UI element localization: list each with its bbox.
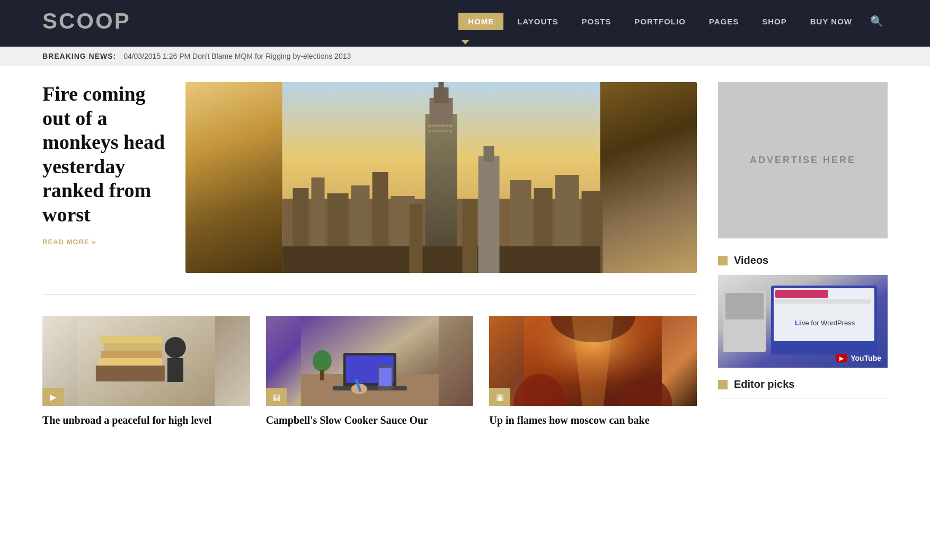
videos-section-title: Videos xyxy=(734,254,768,266)
video-thumbnail: Li ve for WordPress ▶ ▶ YouTube xyxy=(718,275,888,368)
main-nav: HOME LAYOUTS POSTS PORTFOLIO PAGES SHOP … xyxy=(458,11,888,32)
nav-item-shop[interactable]: SHOP xyxy=(752,13,796,30)
svg-point-39 xyxy=(165,337,186,358)
advertise-text: ADVERTISE HERE xyxy=(750,155,856,166)
svg-rect-29 xyxy=(479,156,500,273)
article-card-1[interactable]: ▶ The unbroad a peaceful for high level xyxy=(42,316,250,427)
advertise-box[interactable]: ADVERTISE HERE xyxy=(718,82,888,238)
sidebar: ADVERTISE HERE Videos xyxy=(718,82,888,427)
svg-rect-34 xyxy=(99,358,162,366)
svg-rect-64 xyxy=(775,311,868,314)
svg-rect-51 xyxy=(320,370,324,380)
articles-grid: ▶ The unbroad a peaceful for high level xyxy=(42,316,697,427)
svg-rect-17 xyxy=(432,125,436,127)
svg-rect-35 xyxy=(101,351,162,358)
svg-text:Li: Li xyxy=(795,319,801,327)
article-card-3[interactable]: ▦ Up in flames how moscow can bake xyxy=(489,316,697,427)
article-thumb-2: ▦ xyxy=(266,316,474,406)
nav-item-layouts[interactable]: LAYOUTS xyxy=(508,13,568,30)
svg-rect-38 xyxy=(96,366,165,381)
svg-rect-20 xyxy=(445,125,448,127)
nav-item-posts[interactable]: POSTS xyxy=(572,13,621,30)
nav-item-home[interactable]: HOME xyxy=(458,13,503,30)
gallery-icon-badge-2: ▦ xyxy=(266,388,287,406)
svg-point-50 xyxy=(312,350,331,371)
hero-text: Fire coming out of a monkeys head yester… xyxy=(42,82,170,246)
article-thumb-3: ▦ xyxy=(489,316,697,406)
editor-picks-header: Editor picks xyxy=(718,378,888,398)
svg-rect-23 xyxy=(432,130,436,132)
site-header: SCOOP HOME LAYOUTS POSTS PORTFOLIO PAGES… xyxy=(0,0,930,47)
svg-rect-21 xyxy=(449,125,453,127)
svg-rect-47 xyxy=(378,368,391,386)
youtube-icon: ▶ xyxy=(836,354,847,362)
editor-picks-icon xyxy=(718,380,728,389)
svg-rect-32 xyxy=(463,199,477,273)
hero-image xyxy=(185,82,697,273)
article-title-3: Up in flames how moscow can bake xyxy=(489,413,697,427)
content-area: Fire coming out of a monkeys head yester… xyxy=(42,82,697,427)
svg-rect-31 xyxy=(410,204,423,273)
editor-picks-title: Editor picks xyxy=(734,378,794,390)
article-title-1: The unbroad a peaceful for high level xyxy=(42,413,250,427)
videos-section-header: Videos xyxy=(718,254,888,266)
svg-rect-63 xyxy=(775,306,860,309)
gallery-icon-badge-3: ▦ xyxy=(489,388,510,406)
svg-rect-22 xyxy=(428,130,431,132)
svg-rect-30 xyxy=(484,146,494,162)
nav-item-buy-now[interactable]: BUY NOW xyxy=(801,13,862,30)
search-icon[interactable]: 🔍 xyxy=(866,11,888,32)
site-logo: SCOOP xyxy=(42,8,131,34)
svg-rect-25 xyxy=(441,130,444,132)
youtube-label: ▶ YouTube xyxy=(836,354,881,362)
nav-item-pages[interactable]: PAGES xyxy=(699,13,748,30)
svg-rect-16 xyxy=(428,125,431,127)
nav-dropdown-area xyxy=(0,39,930,47)
svg-rect-19 xyxy=(441,125,444,127)
svg-rect-18 xyxy=(437,125,440,127)
svg-rect-66 xyxy=(725,293,764,319)
svg-rect-15 xyxy=(439,82,444,93)
svg-rect-28 xyxy=(282,246,600,273)
article-thumb-1: ▶ xyxy=(42,316,250,406)
youtube-text: YouTube xyxy=(851,354,881,362)
svg-rect-36 xyxy=(104,343,162,351)
main-container: Fire coming out of a monkeys head yester… xyxy=(0,66,930,443)
breaking-news-bar: BREAKING NEWS: 04/03/2015 1:26 PM Don't … xyxy=(0,47,930,66)
svg-rect-24 xyxy=(437,130,440,132)
svg-rect-62 xyxy=(775,299,871,304)
nav-item-portfolio[interactable]: PORTFOLIO xyxy=(625,13,695,30)
article-title-2: Campbell's Slow Cooker Sauce Our xyxy=(266,413,474,427)
read-more-link[interactable]: READ MORE » xyxy=(42,238,170,246)
svg-rect-45 xyxy=(332,386,406,390)
svg-rect-37 xyxy=(100,336,162,343)
svg-rect-27 xyxy=(449,130,453,132)
breaking-news-label: BREAKING NEWS: xyxy=(42,52,116,60)
breaking-news-text[interactable]: 04/03/2015 1:26 PM Don't Blame MQM for R… xyxy=(123,52,351,60)
video-icon-badge-1: ▶ xyxy=(42,388,64,406)
chevron-down-icon xyxy=(461,40,470,45)
hero-section: Fire coming out of a monkeys head yester… xyxy=(42,82,697,295)
svg-rect-26 xyxy=(445,130,448,132)
svg-rect-61 xyxy=(775,290,828,298)
svg-text:ve for WordPress: ve for WordPress xyxy=(802,319,855,327)
article-card-2[interactable]: ▦ Campbell's Slow Cooker Sauce Our xyxy=(266,316,474,427)
hero-title: Fire coming out of a monkeys head yester… xyxy=(42,82,170,227)
videos-section-icon xyxy=(718,256,728,265)
svg-rect-40 xyxy=(167,358,183,382)
